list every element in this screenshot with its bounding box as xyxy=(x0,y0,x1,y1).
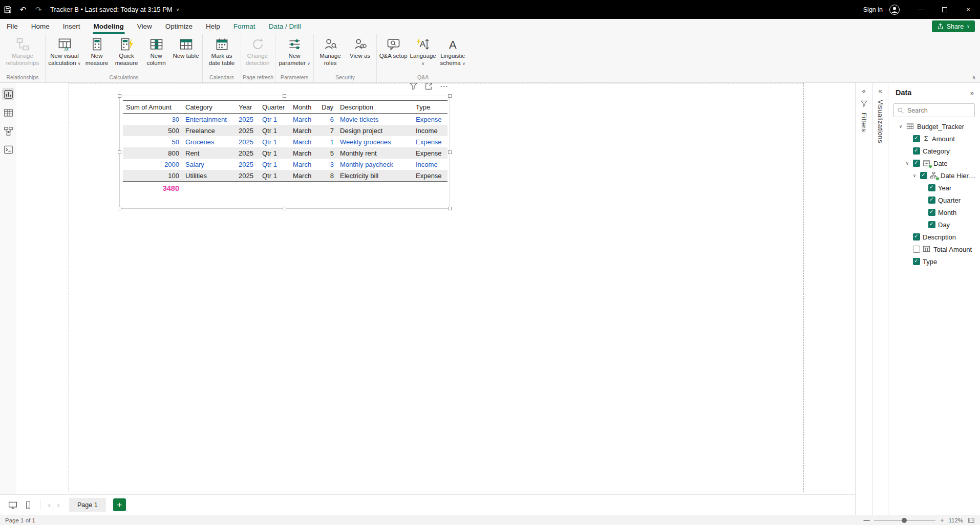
report-page[interactable]: ⋯ Sum of Amount Category Year Quarter Mo… xyxy=(69,83,804,492)
cell-category[interactable]: Groceries xyxy=(182,138,236,146)
field-checkbox[interactable] xyxy=(913,160,920,167)
share-dropdown-icon[interactable]: ∨ xyxy=(967,24,970,29)
collapse-data-pane-icon[interactable]: » xyxy=(970,89,974,97)
field-checkbox[interactable] xyxy=(913,147,920,155)
cell-description[interactable]: Weekly groceries xyxy=(337,138,413,146)
cell-amount[interactable]: 100 xyxy=(123,172,182,180)
cell-day[interactable]: 8 xyxy=(318,172,337,180)
new-page-button[interactable]: + xyxy=(113,498,126,511)
table-row[interactable]: 800 Rent 2025 Qtr 1 March 5 Monthly rent… xyxy=(123,147,448,159)
dax-query-view-icon[interactable] xyxy=(2,143,14,156)
sign-in-link[interactable]: Sign in xyxy=(863,6,883,13)
cell-month[interactable]: March xyxy=(290,172,318,180)
cell-type[interactable]: Expense xyxy=(413,172,444,180)
document-title[interactable]: Tracker B • Last saved: Today at 3:15 PM… xyxy=(50,6,179,13)
close-button[interactable]: × xyxy=(956,0,980,19)
zoom-out-icon[interactable]: — xyxy=(863,517,869,524)
cell-month[interactable]: March xyxy=(290,161,318,168)
cell-category[interactable]: Entertainment xyxy=(182,116,236,123)
tab-file[interactable]: File xyxy=(0,19,25,34)
new-table-button[interactable]: New table xyxy=(171,35,201,72)
field-checkbox[interactable] xyxy=(928,209,935,216)
quick-measure-button[interactable]: Quick measure xyxy=(112,35,141,72)
cell-year[interactable]: 2025 xyxy=(236,172,259,180)
mark-as-date-table-button[interactable]: Mark as date table xyxy=(204,35,239,72)
visualizations-pane-collapsed[interactable]: « Visualizations xyxy=(872,83,888,515)
cell-quarter[interactable]: Qtr 1 xyxy=(259,116,290,123)
column-header[interactable]: Month xyxy=(290,103,318,111)
fit-to-page-icon[interactable] xyxy=(968,517,975,524)
chevron-down-icon[interactable]: ∨ xyxy=(898,124,904,129)
dropdown-icon[interactable]: ∨ xyxy=(421,61,424,66)
field-search[interactable] xyxy=(893,103,975,117)
minimize-button[interactable]: — xyxy=(909,0,933,19)
new-measure-button[interactable]: New measure xyxy=(82,35,112,72)
cell-type[interactable]: Expense xyxy=(413,116,444,123)
chevron-down-icon[interactable]: ∨ xyxy=(904,161,910,166)
search-input[interactable] xyxy=(907,107,971,114)
cell-quarter[interactable]: Qtr 1 xyxy=(259,161,290,168)
table-visual[interactable]: ⋯ Sum of Amount Category Year Quarter Mo… xyxy=(119,96,450,209)
new-column-button[interactable]: New column xyxy=(141,35,171,72)
save-icon[interactable] xyxy=(0,0,15,19)
cell-description[interactable]: Design project xyxy=(337,127,413,135)
tab-format[interactable]: Format xyxy=(227,19,262,34)
column-header[interactable]: Year xyxy=(236,103,259,111)
column-header[interactable]: Sum of Amount xyxy=(123,103,182,111)
more-options-icon[interactable]: ⋯ xyxy=(440,81,449,91)
cell-day[interactable]: 7 xyxy=(318,127,337,135)
cell-month[interactable]: March xyxy=(290,138,318,146)
resize-handle[interactable] xyxy=(283,207,286,210)
field-checkbox[interactable] xyxy=(928,221,935,228)
cell-type[interactable]: Expense xyxy=(413,149,444,157)
undo-icon[interactable]: ↶ xyxy=(15,0,31,19)
tab-help[interactable]: Help xyxy=(199,19,227,34)
column-header[interactable]: Type xyxy=(413,103,444,111)
cell-description[interactable]: Electricity bill xyxy=(337,172,413,180)
field-quarter[interactable]: Quarter xyxy=(888,194,980,206)
cell-amount[interactable]: 30 xyxy=(123,116,182,123)
cell-day[interactable]: 6 xyxy=(318,116,337,123)
cell-description[interactable]: Movie tickets xyxy=(337,116,413,123)
cell-year[interactable]: 2025 xyxy=(236,138,259,146)
cell-type[interactable]: Expense xyxy=(413,138,444,146)
column-header[interactable]: Description xyxy=(337,103,413,111)
cell-day[interactable]: 3 xyxy=(318,161,337,168)
tab-data-drill[interactable]: Data / Drill xyxy=(262,19,308,34)
cell-quarter[interactable]: Qtr 1 xyxy=(259,149,290,157)
expand-filters-icon[interactable]: « xyxy=(862,87,865,95)
cell-amount[interactable]: 2000 xyxy=(123,161,182,168)
field-checkbox[interactable] xyxy=(913,135,920,142)
page-tab-page1[interactable]: Page 1 xyxy=(69,498,106,512)
cell-category[interactable]: Freelance xyxy=(182,127,236,135)
cell-month[interactable]: March xyxy=(290,149,318,157)
manage-roles-button[interactable]: Manage roles xyxy=(315,35,345,72)
field-checkbox[interactable] xyxy=(913,233,920,240)
cell-type[interactable]: Income xyxy=(413,127,444,135)
zoom-in-icon[interactable]: + xyxy=(940,517,944,524)
cell-amount[interactable]: 800 xyxy=(123,149,182,157)
maximize-button[interactable] xyxy=(933,0,956,19)
report-view-icon[interactable] xyxy=(2,88,14,100)
column-header[interactable]: Quarter xyxy=(259,103,290,111)
filters-pane-collapsed[interactable]: « Filters xyxy=(855,83,872,515)
model-view-icon[interactable] xyxy=(2,125,14,137)
cell-day[interactable]: 5 xyxy=(318,149,337,157)
cell-year[interactable]: 2025 xyxy=(236,161,259,168)
dropdown-icon[interactable]: ∨ xyxy=(307,61,310,66)
cell-description[interactable]: Monthly rent xyxy=(337,149,413,157)
qa-setup-button[interactable]: Q&A setup xyxy=(378,35,408,72)
table-node-budget-tracker[interactable]: ∨ Budget_Tracker xyxy=(888,120,980,133)
resize-handle[interactable] xyxy=(118,207,121,210)
cell-quarter[interactable]: Qtr 1 xyxy=(259,138,290,146)
field-checkbox[interactable] xyxy=(913,246,920,253)
tab-modeling[interactable]: Modeling xyxy=(87,19,131,34)
field-amount[interactable]: Σ Amount xyxy=(888,133,980,145)
expand-visualizations-icon[interactable]: « xyxy=(878,87,882,95)
column-header[interactable]: Day xyxy=(318,103,337,111)
cell-category[interactable]: Utilities xyxy=(182,172,236,180)
field-checkbox[interactable] xyxy=(920,172,927,179)
focus-mode-icon[interactable] xyxy=(424,82,433,91)
desktop-layout-icon[interactable] xyxy=(5,497,20,513)
tab-view[interactable]: View xyxy=(131,19,159,34)
